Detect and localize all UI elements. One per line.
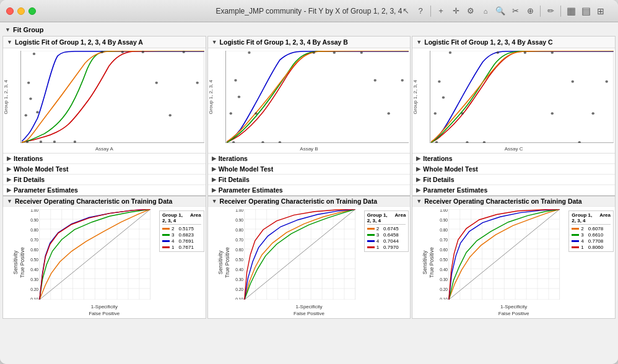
svg-text:0.30: 0.30: [235, 277, 243, 282]
svg-point-93: [312, 51, 315, 54]
legend-c-color-4: [572, 240, 579, 242]
svg-text:0.20: 0.20: [235, 287, 243, 292]
col-c-triangle[interactable]: ▼: [416, 39, 422, 45]
section-b-whole-model[interactable]: ▶ Whole Model Test: [208, 164, 411, 175]
svg-text:0.90: 0.90: [30, 218, 38, 222]
content-area: ▼ Fit Group ▼ Logistic Fit of Group 1, 2…: [0, 22, 618, 364]
svg-point-88: [234, 79, 237, 82]
roc-header-b[interactable]: ▼ Receiver Operating Characteristic on T…: [208, 196, 411, 207]
chart-a-svg: 1.00 0.75 0.50 0.25 0 0 500 1000 1500 20…: [20, 51, 204, 143]
section-c-iterations[interactable]: ▶ Iterations: [412, 154, 615, 164]
gear-icon[interactable]: ⚙: [464, 5, 477, 17]
search-icon[interactable]: 🔍: [494, 5, 507, 17]
roc-c-title: Receiver Operating Characteristic on Tra…: [424, 197, 581, 205]
section-a-param-est[interactable]: ▶ Parameter Estimates: [3, 185, 206, 196]
section-b-fit-details[interactable]: ▶ Fit Details: [208, 175, 411, 185]
grid-icon[interactable]: ▦: [565, 5, 577, 17]
table-icon[interactable]: ⊞: [594, 5, 607, 17]
roc-chart-c: SensitivityTrue Positive: [412, 207, 615, 318]
fit-details-b-triangle: ▶: [212, 176, 216, 183]
legend-b-header2: Area: [395, 212, 406, 223]
iterations-a-triangle: ▶: [7, 155, 11, 162]
chart-a-xlabel: Assay A: [95, 146, 113, 152]
titlebar: Example_JMP community - Fit Y by X of Gr…: [0, 0, 618, 22]
svg-point-153: [442, 97, 445, 99]
svg-text:0.10: 0.10: [235, 297, 243, 300]
chart-b-ylabel: Group 1, 2, 3, 4: [209, 80, 217, 115]
roc-legend-a: Group 1,2, 3, 4 Area 2 0.5175 3 0.6823: [159, 210, 204, 252]
roc-header-c[interactable]: ▼ Receiver Operating Characteristic on T…: [412, 196, 615, 207]
legend-c-header2: Area: [599, 212, 611, 223]
legend-a-color-4: [162, 240, 170, 242]
minimize-button[interactable]: [17, 7, 25, 15]
svg-point-27: [121, 51, 124, 53]
list-icon[interactable]: ▤: [580, 5, 592, 17]
close-button[interactable]: [6, 7, 14, 15]
svg-point-21: [33, 53, 35, 55]
roc-c-triangle: ▼: [416, 198, 422, 204]
zoom-icon[interactable]: ⊕: [524, 5, 536, 17]
section-a-iterations[interactable]: ▶ Iterations: [3, 154, 206, 164]
maximize-button[interactable]: [28, 7, 36, 15]
section-c-param-est[interactable]: ▶ Parameter Estimates: [412, 185, 615, 196]
scissors-icon[interactable]: ✂: [509, 5, 521, 17]
roc-c-svg: 1.00 0.90 0.80 0.70 0.60 0.50 0.40 0.30 …: [430, 209, 579, 300]
svg-point-24: [53, 141, 56, 143]
svg-text:0.60: 0.60: [30, 248, 38, 252]
section-a-fit-details[interactable]: ▶ Fit Details: [3, 175, 206, 185]
svg-point-20: [27, 82, 30, 84]
svg-text:1.00: 1.00: [235, 209, 243, 212]
svg-text:0.60: 0.60: [440, 248, 448, 252]
traffic-lights: [6, 7, 36, 15]
column-c-header: ▼ Logistic Fit of Group 1, 2, 3, 4 By As…: [412, 37, 615, 48]
columns-container: ▼ Logistic Fit of Group 1, 2, 3, 4 By As…: [2, 36, 616, 319]
col-b-triangle[interactable]: ▼: [212, 39, 217, 45]
roc-legend-c: Group 1,2, 3, 4 Area 2 0.6078 3 0.6610: [568, 210, 614, 252]
param-est-c-triangle: ▶: [416, 187, 420, 193]
legend-b-header1: Group 1,2, 3, 4: [367, 212, 388, 223]
home-icon[interactable]: ⌂: [479, 5, 492, 17]
whole-model-a-triangle: ▶: [7, 166, 11, 172]
section-c-whole-model[interactable]: ▶ Whole Model Test: [412, 164, 615, 175]
svg-text:0.40: 0.40: [235, 267, 243, 272]
svg-rect-0: [20, 51, 204, 143]
roc-a-triangle: ▼: [7, 198, 12, 204]
svg-text:0.80: 0.80: [440, 228, 448, 232]
section-b-iterations[interactable]: ▶ Iterations: [208, 154, 411, 164]
col-a-triangle[interactable]: ▼: [7, 39, 12, 45]
svg-point-154: [438, 80, 441, 83]
whole-model-a-label: Whole Model Test: [14, 165, 68, 173]
param-est-c-label: Parameter Estimates: [423, 186, 487, 194]
svg-point-26: [101, 51, 103, 53]
col-c-title: Logistic Fit of Group 1, 2, 3, 4 By Assa…: [424, 38, 552, 46]
crosshair-icon[interactable]: ✛: [450, 5, 462, 17]
roc-header-a[interactable]: ▼ Receiver Operating Characteristic on T…: [3, 196, 206, 207]
chart-a-container: Group 1, 2, 3, 4 1.00 0.75 0.50 0.25 0: [3, 48, 206, 154]
roc-a-svg: 1.00 0.90 0.80 0.70 0.60 0.50 0.40 0.30 …: [20, 209, 170, 300]
add-icon[interactable]: +: [435, 5, 447, 17]
legend-b-area-3: 0.6458: [383, 232, 398, 238]
svg-text:1.00: 1.00: [30, 209, 38, 212]
section-a-whole-model[interactable]: ▶ Whole Model Test: [3, 164, 206, 175]
legend-a-header2: Area: [190, 212, 201, 223]
svg-text:0.10: 0.10: [30, 297, 38, 300]
svg-text:0.90: 0.90: [440, 218, 448, 222]
roc-a-xlabel: 1-SpecificityFalse Positive: [89, 304, 120, 317]
svg-point-19: [29, 97, 32, 100]
svg-text:0.70: 0.70: [30, 238, 38, 242]
fit-group-triangle[interactable]: ▼: [5, 27, 11, 33]
col-a-title: Logistic Fit of Group 1, 2, 3, 4 By Assa…: [15, 38, 143, 46]
help-icon[interactable]: ?: [414, 5, 427, 17]
svg-point-162: [572, 80, 574, 83]
iterations-c-label: Iterations: [423, 155, 452, 162]
svg-point-165: [551, 112, 554, 115]
column-assay-a: ▼ Logistic Fit of Group 1, 2, 3, 4 By As…: [2, 36, 206, 319]
section-c-fit-details[interactable]: ▶ Fit Details: [412, 175, 615, 185]
legend-c-group-2: 2: [581, 226, 583, 232]
legend-c-group-4: 4: [581, 238, 583, 244]
roc-b-title: Receiver Operating Characteristic on Tra…: [220, 197, 377, 205]
section-b-param-est[interactable]: ▶ Parameter Estimates: [208, 185, 411, 196]
fit-details-c-label: Fit Details: [423, 176, 454, 183]
pencil-icon[interactable]: ✏: [544, 5, 557, 17]
svg-point-89: [248, 51, 250, 54]
